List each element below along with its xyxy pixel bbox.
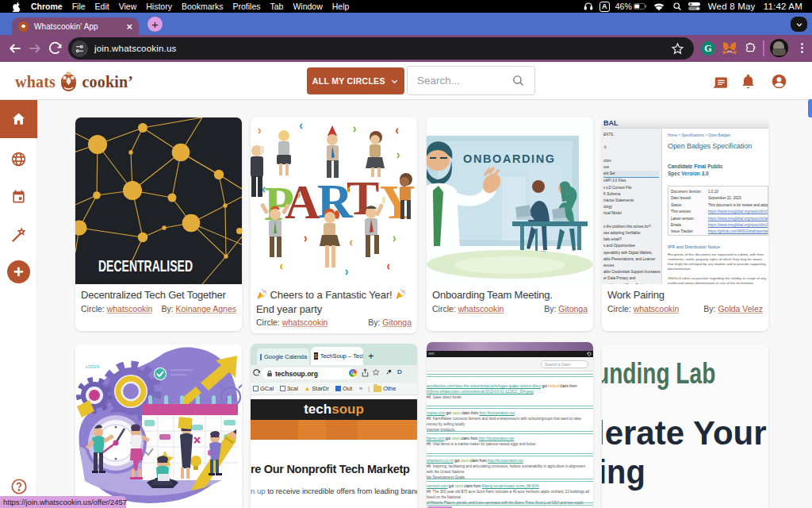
svg-text:A: A — [285, 175, 320, 229]
svg-text:ONBOARDING: ONBOARDING — [463, 152, 556, 165]
svg-text:LOGIN: LOGIN — [86, 364, 99, 369]
svg-text:DECENTRALISED: DECENTRALISED — [98, 256, 193, 275]
